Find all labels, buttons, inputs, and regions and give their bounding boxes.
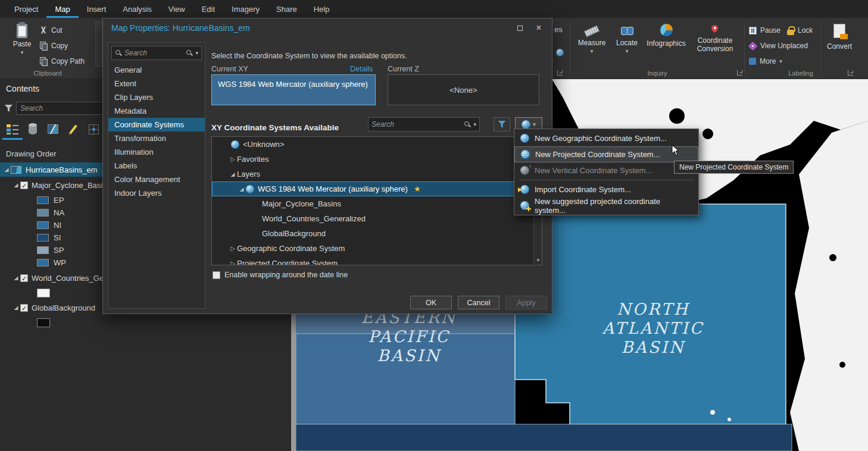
legend-swatch[interactable] xyxy=(37,234,49,242)
menu-project[interactable]: Project xyxy=(6,0,46,18)
layer-checkbox[interactable]: ✓ xyxy=(20,274,28,282)
cut-button[interactable]: Cut xyxy=(39,24,63,37)
clipped-ribbon-text: es xyxy=(554,25,563,34)
lake xyxy=(839,362,845,368)
measure-button[interactable]: Measure ▾ xyxy=(574,21,610,54)
view-unplaced-button[interactable]: View Unplaced xyxy=(749,39,808,52)
sidebar-search[interactable]: ▾ xyxy=(111,46,202,60)
tree-search-input[interactable] xyxy=(371,118,461,130)
paste-button[interactable]: Paste ▾ xyxy=(8,21,36,55)
current-xy-value[interactable]: WGS 1984 Web Mercator (auxiliary sphere) xyxy=(211,74,376,105)
expanded-arrow-icon[interactable]: ◢ xyxy=(12,275,20,281)
menu-share[interactable]: Share xyxy=(268,0,305,18)
expanded-arrow-icon[interactable]: ◢ xyxy=(229,171,237,177)
nav-metadata[interactable]: Metadata xyxy=(108,104,205,118)
expanded-arrow-icon[interactable]: ◢ xyxy=(12,305,20,311)
menu-import-cs[interactable]: Import Coordinate System... xyxy=(514,181,698,198)
tree-item-layers[interactable]: ◢ Layers xyxy=(212,167,542,181)
filter-icon[interactable] xyxy=(5,105,13,112)
nav-clip-layers[interactable]: Clip Layers xyxy=(108,90,205,104)
nav-extent[interactable]: Extent xyxy=(108,77,205,90)
menu-insert[interactable]: Insert xyxy=(79,0,115,18)
menu-new-geographic-cs[interactable]: New Geographic Coordinate System... xyxy=(514,130,698,146)
tab-list-by-drawing-order[interactable] xyxy=(2,118,23,140)
collapsed-arrow-icon[interactable]: ▷ xyxy=(229,245,237,252)
tree-item-geographic-cs[interactable]: ▷ Geographic Coordinate System xyxy=(212,241,542,256)
menu-map[interactable]: Map xyxy=(46,0,78,18)
tree-search[interactable]: ▾ xyxy=(368,117,480,131)
lock-button[interactable]: Lock xyxy=(787,24,813,37)
coordinate-conversion-button[interactable]: CoordinateConversion xyxy=(691,21,739,54)
details-link[interactable]: Details xyxy=(350,65,373,73)
tree-item-wgs-web-mercator[interactable]: ◢ WGS 1984 Web Mercator (auxiliary spher… xyxy=(212,181,532,196)
tree-item-major-cyclone-basins[interactable]: Major_Cyclone_Basins xyxy=(212,196,542,211)
layer-checkbox[interactable]: ✓ xyxy=(20,181,28,189)
map-thumbnail-icon xyxy=(11,166,21,174)
wrap-dateline-checkbox[interactable] xyxy=(213,271,220,279)
nav-transformation[interactable]: Transformation xyxy=(108,131,205,145)
tab-list-by-data-source[interactable] xyxy=(23,118,43,140)
scroll-down-icon[interactable]: ▼ xyxy=(534,256,542,265)
labeling-group-label: Labeling xyxy=(745,70,856,77)
menu-new-suggested-cs[interactable]: New suggested projected coordinate syste… xyxy=(514,198,698,214)
legend-swatch[interactable] xyxy=(37,318,50,327)
menu-help[interactable]: Help xyxy=(305,0,338,18)
expanded-arrow-icon[interactable]: ◢ xyxy=(12,182,20,188)
legend-swatch[interactable] xyxy=(37,196,49,204)
menu-edit[interactable]: Edit xyxy=(193,0,223,18)
legend-swatch[interactable] xyxy=(37,221,49,229)
menu-new-projected-cs[interactable]: New Projected Coordinate System... xyxy=(514,146,698,162)
tree-item-global-background[interactable]: GlobalBackground xyxy=(212,226,542,241)
expanded-arrow-icon[interactable]: ◢ xyxy=(238,186,246,192)
chevron-down-icon: ▾ xyxy=(473,122,476,127)
copy-button[interactable]: Copy xyxy=(39,39,68,52)
labeling-launcher-icon[interactable] xyxy=(848,70,853,76)
menu-view[interactable]: View xyxy=(160,0,193,18)
convert-button[interactable]: Convert xyxy=(825,21,854,51)
selection-icon xyxy=(48,124,58,134)
copy-path-button[interactable]: Copy Path xyxy=(39,55,85,68)
current-z-value[interactable]: <None> xyxy=(388,74,539,105)
pause-icon xyxy=(749,27,757,35)
favorite-star-icon[interactable]: ★ xyxy=(414,184,421,193)
nav-labels[interactable]: Labels xyxy=(108,159,205,173)
ok-button[interactable]: OK xyxy=(410,296,452,309)
collapsed-arrow-icon[interactable]: ▷ xyxy=(229,156,237,162)
locate-button[interactable]: Locate ▾ xyxy=(612,21,642,54)
nav-indoor-layers[interactable]: Indoor Layers xyxy=(108,186,205,200)
tree-item-projected-cs[interactable]: ▷ Projected Coordinate System xyxy=(212,256,542,265)
nav-color-management[interactable]: Color Management xyxy=(108,173,205,186)
inquiry-launcher-icon[interactable] xyxy=(737,70,742,76)
menu-analysis[interactable]: Analysis xyxy=(114,0,160,18)
more-button[interactable]: More ▾ xyxy=(749,55,782,68)
maximize-button[interactable] xyxy=(511,22,528,34)
nav-coordinate-systems[interactable]: Coordinate Systems xyxy=(108,118,205,131)
legend-swatch[interactable] xyxy=(37,259,49,267)
tab-list-by-snapping[interactable] xyxy=(83,118,104,140)
cancel-button[interactable]: Cancel xyxy=(458,296,499,309)
menu-imagery[interactable]: Imagery xyxy=(223,0,268,18)
tree-item-favorites[interactable]: ▷ Favorites xyxy=(212,152,542,167)
tab-list-by-editing[interactable] xyxy=(63,118,83,140)
expanded-arrow-icon[interactable]: ◢ xyxy=(2,167,11,173)
infographics-button[interactable]: Infographics xyxy=(645,21,687,48)
legend-item[interactable] xyxy=(0,315,291,330)
legend-swatch[interactable] xyxy=(37,209,49,217)
close-button[interactable]: × xyxy=(530,22,547,34)
filter-button[interactable] xyxy=(494,117,510,131)
tab-list-by-selection[interactable] xyxy=(43,118,63,140)
menu-new-vertical-cs[interactable]: New Vertical Coordinate System... xyxy=(514,162,698,178)
clipped-button-edge xyxy=(95,21,102,67)
nav-illumination[interactable]: Illumination xyxy=(108,145,205,159)
tree-item-world-countries[interactable]: World_Countries_Generalized xyxy=(212,211,542,226)
legend-swatch[interactable] xyxy=(37,289,50,297)
legend-swatch[interactable] xyxy=(37,246,49,254)
nav-general[interactable]: General xyxy=(108,63,205,77)
tree-item-unknown[interactable]: <Unknown> xyxy=(212,137,542,152)
group-launcher-icon[interactable] xyxy=(557,70,563,76)
apply-button[interactable]: Apply xyxy=(505,296,547,309)
layer-checkbox[interactable]: ✓ xyxy=(20,304,28,312)
collapsed-arrow-icon[interactable]: ▷ xyxy=(229,260,237,265)
pause-button[interactable]: Pause xyxy=(749,24,780,37)
sidebar-search-input[interactable] xyxy=(124,47,183,59)
